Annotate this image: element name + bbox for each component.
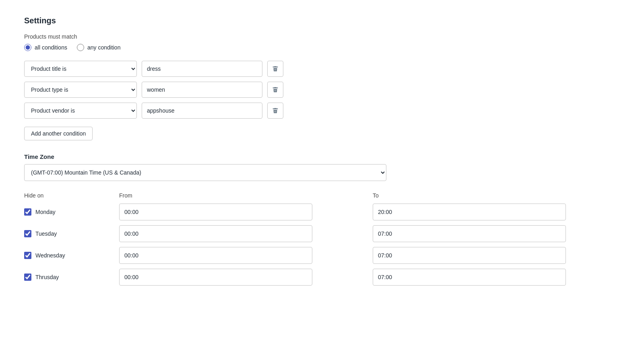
products-must-match-section: Products must match all conditions any c… xyxy=(24,33,620,51)
any-condition-label: any condition xyxy=(87,44,121,51)
monday-checkbox[interactable] xyxy=(24,208,31,216)
timezone-section: Time Zone (GMT-07:00) Mountain Time (US … xyxy=(24,153,620,181)
all-conditions-option[interactable]: all conditions xyxy=(24,44,67,51)
wednesday-checkbox[interactable] xyxy=(24,252,31,259)
wednesday-to-input[interactable] xyxy=(373,247,566,264)
delete-condition-1-button[interactable] xyxy=(267,82,283,98)
schedule-row-monday: Monday xyxy=(24,204,620,220)
tuesday-label[interactable]: Tuesday xyxy=(24,230,113,237)
condition-row-1: Product title is Product type is Product… xyxy=(24,82,620,98)
trash-icon-1 xyxy=(272,86,279,93)
trash-icon-0 xyxy=(272,65,279,72)
wednesday-from-input[interactable] xyxy=(119,247,312,264)
thursday-from-input[interactable] xyxy=(119,269,312,286)
condition-select-2[interactable]: Product title is Product type is Product… xyxy=(24,103,137,119)
tuesday-from-input[interactable] xyxy=(119,225,312,242)
wednesday-label[interactable]: Wednesday xyxy=(24,252,113,259)
trash-icon-2 xyxy=(272,107,279,114)
condition-row-0: Product title is Product type is Product… xyxy=(24,61,620,77)
monday-text: Monday xyxy=(35,209,56,215)
thursday-checkbox[interactable] xyxy=(24,274,31,281)
condition-row-2: Product title is Product type is Product… xyxy=(24,103,620,119)
to-header: To xyxy=(373,192,620,199)
timezone-select[interactable]: (GMT-07:00) Mountain Time (US & Canada) … xyxy=(24,164,386,181)
condition-value-2[interactable] xyxy=(142,103,262,119)
monday-to-input[interactable] xyxy=(373,204,566,220)
schedule-row-wednesday: Wednesday xyxy=(24,247,620,264)
all-conditions-label: all conditions xyxy=(35,44,67,51)
thursday-label[interactable]: Thrusday xyxy=(24,274,113,281)
products-match-label: Products must match xyxy=(24,33,620,40)
thursday-to-input[interactable] xyxy=(373,269,566,286)
any-condition-radio[interactable] xyxy=(77,44,84,51)
wednesday-text: Wednesday xyxy=(35,252,65,259)
delete-condition-2-button[interactable] xyxy=(267,103,283,119)
condition-value-0[interactable] xyxy=(142,61,262,77)
from-header: From xyxy=(119,192,366,199)
monday-label[interactable]: Monday xyxy=(24,208,113,216)
condition-value-1[interactable] xyxy=(142,82,262,98)
all-conditions-radio[interactable] xyxy=(24,44,31,51)
match-radio-group: all conditions any condition xyxy=(24,44,620,51)
tuesday-checkbox[interactable] xyxy=(24,230,31,237)
condition-select-0[interactable]: Product title is Product type is Product… xyxy=(24,61,137,77)
page-title: Settings xyxy=(24,16,620,25)
monday-from-input[interactable] xyxy=(119,204,312,220)
conditions-container: Product title is Product type is Product… xyxy=(24,61,620,119)
schedule-row-tuesday: Tuesday xyxy=(24,225,620,242)
any-condition-option[interactable]: any condition xyxy=(77,44,121,51)
condition-select-1[interactable]: Product title is Product type is Product… xyxy=(24,82,137,98)
add-condition-button[interactable]: Add another condition xyxy=(24,127,93,140)
delete-condition-0-button[interactable] xyxy=(267,61,283,77)
timezone-label: Time Zone xyxy=(24,153,620,160)
thursday-text: Thrusday xyxy=(35,274,59,280)
schedule-section: Hide on From To Monday Tuesday Wednesday xyxy=(24,192,620,286)
tuesday-to-input[interactable] xyxy=(373,225,566,242)
schedule-row-thursday: Thrusday xyxy=(24,269,620,286)
tuesday-text: Tuesday xyxy=(35,230,57,237)
schedule-header: Hide on From To xyxy=(24,192,620,199)
hide-on-header: Hide on xyxy=(24,192,113,199)
